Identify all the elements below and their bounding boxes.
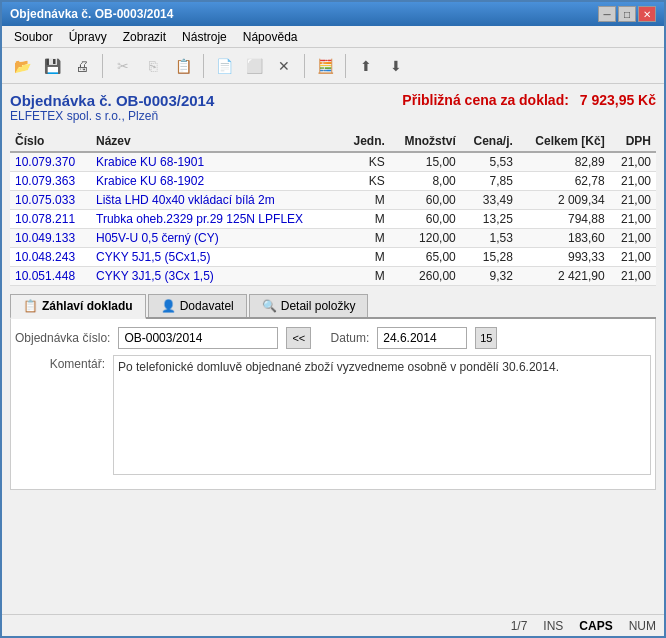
title-bar: Objednávka č. OB-0003/2014 ─ □ ✕ bbox=[2, 2, 664, 26]
page-indicator: 1/7 bbox=[511, 619, 528, 633]
tab-detail-polozky[interactable]: 🔍 Detail položky bbox=[249, 294, 369, 317]
caps-indicator: CAPS bbox=[579, 619, 612, 633]
cell-celkem: 794,88 bbox=[518, 210, 610, 229]
cell-cislo: 10.075.033 bbox=[10, 191, 91, 210]
cell-dph: 21,00 bbox=[610, 229, 656, 248]
cell-jedn: M bbox=[342, 210, 390, 229]
cell-cena: 13,25 bbox=[461, 210, 518, 229]
content-area: Objednávka č. OB-0003/2014 ELFETEX spol.… bbox=[2, 84, 664, 614]
menu-nastroje[interactable]: Nástroje bbox=[174, 28, 235, 45]
cut-btn[interactable]: ✂ bbox=[109, 52, 137, 80]
cell-celkem: 993,33 bbox=[518, 248, 610, 267]
maximize-btn[interactable]: □ bbox=[618, 6, 636, 22]
separator-1 bbox=[102, 54, 103, 78]
num-indicator: NUM bbox=[629, 619, 656, 633]
doc-company: ELFETEX spol. s r.o., Plzeň bbox=[10, 109, 214, 123]
cell-mnozstvi: 120,00 bbox=[390, 229, 461, 248]
cell-mnozstvi: 65,00 bbox=[390, 248, 461, 267]
cell-cislo: 10.078.211 bbox=[10, 210, 91, 229]
copy-btn[interactable]: ⎘ bbox=[139, 52, 167, 80]
cell-mnozstvi: 8,00 bbox=[390, 172, 461, 191]
table-row[interactable]: 10.048.243 CYKY 5J1,5 (5Cx1,5) M 65,00 1… bbox=[10, 248, 656, 267]
ins-indicator: INS bbox=[543, 619, 563, 633]
window-controls: ─ □ ✕ bbox=[598, 6, 656, 22]
cell-mnozstvi: 15,00 bbox=[390, 152, 461, 172]
nav-btn[interactable]: << bbox=[286, 327, 311, 349]
table-row[interactable]: 10.078.211 Trubka oheb.2329 pr.29 125N L… bbox=[10, 210, 656, 229]
main-window: Objednávka č. OB-0003/2014 ─ □ ✕ Soubor … bbox=[0, 0, 666, 638]
calendar-icon[interactable]: 15 bbox=[475, 327, 497, 349]
cell-cislo: 10.079.370 bbox=[10, 152, 91, 172]
cell-cena: 7,85 bbox=[461, 172, 518, 191]
menu-upravy[interactable]: Úpravy bbox=[61, 28, 115, 45]
comment-label: Komentář: bbox=[15, 355, 105, 371]
table-row[interactable]: 10.049.133 H05V-U 0,5 černý (CY) M 120,0… bbox=[10, 229, 656, 248]
order-number-row: Objednávka číslo: << Datum: 15 bbox=[15, 327, 651, 349]
print-btn[interactable]: 🖨 bbox=[68, 52, 96, 80]
calculator-btn[interactable]: 🧮 bbox=[311, 52, 339, 80]
cell-cislo: 10.048.243 bbox=[10, 248, 91, 267]
cell-jedn: M bbox=[342, 267, 390, 286]
cell-dph: 21,00 bbox=[610, 248, 656, 267]
comment-row: Komentář: Po telefonické domluvě objedna… bbox=[15, 355, 651, 475]
open-folder-btn[interactable]: 📂 bbox=[8, 52, 36, 80]
upload-btn[interactable]: ⬆ bbox=[352, 52, 380, 80]
date-input[interactable] bbox=[377, 327, 467, 349]
cell-celkem: 82,89 bbox=[518, 152, 610, 172]
cell-jedn: KS bbox=[342, 172, 390, 191]
toolbar: 📂 💾 🖨 ✂ ⎘ 📋 📄 ⬜ ✕ 🧮 ⬆ ⬇ bbox=[2, 48, 664, 84]
table-row[interactable]: 10.075.033 Lišta LHD 40x40 vkládací bílá… bbox=[10, 191, 656, 210]
duplicate-btn[interactable]: ⬜ bbox=[240, 52, 268, 80]
separator-3 bbox=[304, 54, 305, 78]
tab-dodavatel[interactable]: 👤 Dodavatel bbox=[148, 294, 247, 317]
menu-napoveda[interactable]: Nápověda bbox=[235, 28, 306, 45]
doc-price-area: Přibližná cena za doklad: 7 923,95 Kč bbox=[402, 92, 656, 108]
cell-nazev: Krabice KU 68-1901 bbox=[91, 152, 342, 172]
cell-nazev: Krabice KU 68-1902 bbox=[91, 172, 342, 191]
paste-btn[interactable]: 📋 bbox=[169, 52, 197, 80]
form-area: Objednávka číslo: << Datum: 15 Komentář:… bbox=[10, 319, 656, 490]
col-cislo: Číslo bbox=[10, 131, 91, 152]
minimize-btn[interactable]: ─ bbox=[598, 6, 616, 22]
cell-dph: 21,00 bbox=[610, 191, 656, 210]
table-header-row: Číslo Název Jedn. Množství Cena/j. Celke… bbox=[10, 131, 656, 152]
cell-cena: 1,53 bbox=[461, 229, 518, 248]
table-row[interactable]: 10.079.363 Krabice KU 68-1902 KS 8,00 7,… bbox=[10, 172, 656, 191]
tab-detail-icon: 🔍 bbox=[262, 299, 277, 313]
doc-info: Objednávka č. OB-0003/2014 ELFETEX spol.… bbox=[10, 92, 214, 123]
col-cena: Cena/j. bbox=[461, 131, 518, 152]
table-row[interactable]: 10.079.370 Krabice KU 68-1901 KS 15,00 5… bbox=[10, 152, 656, 172]
cell-dph: 21,00 bbox=[610, 172, 656, 191]
tab-detail-label: Detail položky bbox=[281, 299, 356, 313]
cell-nazev: CYKY 3J1,5 (3Cx 1,5) bbox=[91, 267, 342, 286]
delete-btn[interactable]: ✕ bbox=[270, 52, 298, 80]
cell-cislo: 10.079.363 bbox=[10, 172, 91, 191]
download-btn[interactable]: ⬇ bbox=[382, 52, 410, 80]
cell-jedn: M bbox=[342, 229, 390, 248]
order-input[interactable] bbox=[118, 327, 278, 349]
tabs-area: 📋 Záhlaví dokladu 👤 Dodavatel 🔍 Detail p… bbox=[10, 290, 656, 490]
status-bar: 1/7 INS CAPS NUM bbox=[2, 614, 664, 636]
col-celkem: Celkem [Kč] bbox=[518, 131, 610, 152]
new-doc-btn[interactable]: 📄 bbox=[210, 52, 238, 80]
menu-soubor[interactable]: Soubor bbox=[6, 28, 61, 45]
cell-cena: 5,53 bbox=[461, 152, 518, 172]
close-btn[interactable]: ✕ bbox=[638, 6, 656, 22]
price-value: 7 923,95 Kč bbox=[580, 92, 656, 108]
cell-cislo: 10.051.448 bbox=[10, 267, 91, 286]
tab-zahlavni-dokladu[interactable]: 📋 Záhlaví dokladu bbox=[10, 294, 146, 319]
table-row[interactable]: 10.051.448 CYKY 3J1,5 (3Cx 1,5) M 260,00… bbox=[10, 267, 656, 286]
cell-mnozstvi: 60,00 bbox=[390, 210, 461, 229]
cell-jedn: M bbox=[342, 191, 390, 210]
date-label: Datum: bbox=[319, 331, 369, 345]
price-label: Přibližná cena za doklad: bbox=[402, 92, 569, 108]
cell-nazev: Lišta LHD 40x40 vkládací bílá 2m bbox=[91, 191, 342, 210]
cell-mnozstvi: 260,00 bbox=[390, 267, 461, 286]
save-btn[interactable]: 💾 bbox=[38, 52, 66, 80]
cell-cislo: 10.049.133 bbox=[10, 229, 91, 248]
menu-zobrazit[interactable]: Zobrazit bbox=[115, 28, 174, 45]
order-label: Objednávka číslo: bbox=[15, 331, 110, 345]
cell-celkem: 2 421,90 bbox=[518, 267, 610, 286]
cell-celkem: 183,60 bbox=[518, 229, 610, 248]
comment-text[interactable]: Po telefonické domluvě objednané zboží v… bbox=[113, 355, 651, 475]
